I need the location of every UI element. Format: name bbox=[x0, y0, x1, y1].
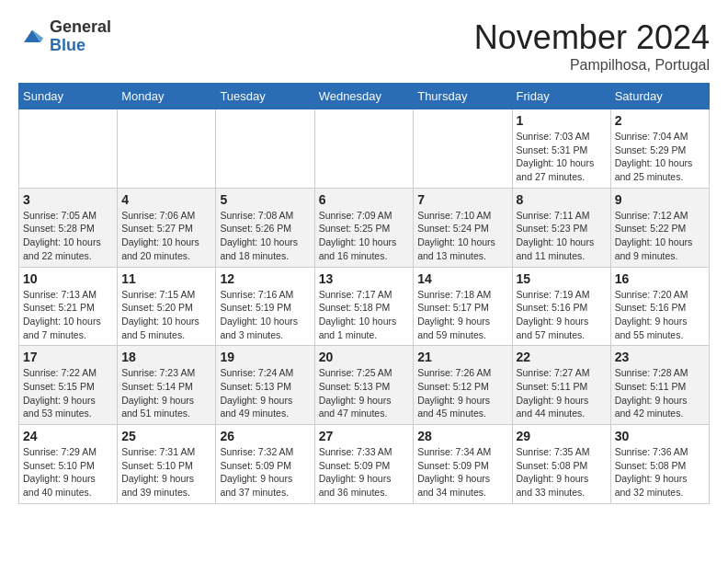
day-number: 25 bbox=[121, 429, 211, 443]
day-info: Sunrise: 7:36 AMSunset: 5:08 PMDaylight:… bbox=[615, 445, 705, 500]
calendar-cell: 17Sunrise: 7:22 AMSunset: 5:15 PMDayligh… bbox=[19, 346, 118, 425]
calendar-cell: 23Sunrise: 7:28 AMSunset: 5:11 PMDayligh… bbox=[610, 346, 709, 425]
calendar-header: SundayMondayTuesdayWednesdayThursdayFrid… bbox=[19, 84, 710, 109]
calendar-body: 1Sunrise: 7:03 AMSunset: 5:31 PMDaylight… bbox=[19, 109, 710, 504]
day-info: Sunrise: 7:27 AMSunset: 5:11 PMDaylight:… bbox=[517, 366, 607, 420]
day-number: 20 bbox=[319, 350, 410, 364]
day-number: 14 bbox=[417, 271, 507, 286]
day-number: 16 bbox=[615, 271, 705, 286]
calendar-cell: 10Sunrise: 7:13 AMSunset: 5:21 PMDayligh… bbox=[19, 267, 118, 346]
logo-icon bbox=[18, 23, 46, 51]
calendar-cell: 4Sunrise: 7:06 AMSunset: 5:27 PMDaylight… bbox=[118, 188, 216, 267]
calendar-cell: 6Sunrise: 7:09 AMSunset: 5:25 PMDaylight… bbox=[314, 188, 414, 267]
calendar-cell: 15Sunrise: 7:19 AMSunset: 5:16 PMDayligh… bbox=[512, 267, 610, 346]
calendar-cell: 1Sunrise: 7:03 AMSunset: 5:31 PMDaylight… bbox=[512, 109, 610, 189]
calendar-cell bbox=[216, 109, 314, 189]
day-info: Sunrise: 7:26 AMSunset: 5:12 PMDaylight:… bbox=[417, 366, 507, 420]
logo-text: General Blue bbox=[50, 18, 111, 55]
day-info: Sunrise: 7:17 AMSunset: 5:18 PMDaylight:… bbox=[319, 288, 410, 342]
calendar-cell: 7Sunrise: 7:10 AMSunset: 5:24 PMDaylight… bbox=[414, 188, 512, 267]
day-number: 13 bbox=[319, 271, 410, 286]
day-number: 7 bbox=[417, 192, 507, 207]
logo: General Blue bbox=[18, 18, 111, 55]
day-number: 6 bbox=[319, 192, 410, 207]
calendar-cell bbox=[19, 109, 118, 189]
calendar-cell: 12Sunrise: 7:16 AMSunset: 5:19 PMDayligh… bbox=[216, 267, 314, 346]
calendar-cell: 22Sunrise: 7:27 AMSunset: 5:11 PMDayligh… bbox=[512, 346, 610, 425]
calendar-table: SundayMondayTuesdayWednesdayThursdayFrid… bbox=[18, 83, 710, 504]
calendar-week-row: 3Sunrise: 7:05 AMSunset: 5:28 PMDaylight… bbox=[19, 188, 710, 267]
calendar-cell: 27Sunrise: 7:33 AMSunset: 5:09 PMDayligh… bbox=[314, 425, 414, 504]
day-info: Sunrise: 7:05 AMSunset: 5:28 PMDaylight:… bbox=[23, 209, 113, 263]
calendar-cell: 16Sunrise: 7:20 AMSunset: 5:16 PMDayligh… bbox=[610, 267, 709, 346]
day-info: Sunrise: 7:24 AMSunset: 5:13 PMDaylight:… bbox=[220, 366, 310, 420]
calendar-cell: 2Sunrise: 7:04 AMSunset: 5:29 PMDaylight… bbox=[610, 109, 709, 189]
day-of-week-header: Monday bbox=[118, 84, 216, 109]
day-number: 3 bbox=[23, 192, 113, 207]
day-of-week-header: Tuesday bbox=[216, 84, 314, 109]
day-info: Sunrise: 7:25 AMSunset: 5:13 PMDaylight:… bbox=[319, 366, 410, 420]
day-info: Sunrise: 7:31 AMSunset: 5:10 PMDaylight:… bbox=[121, 445, 211, 500]
day-info: Sunrise: 7:35 AMSunset: 5:08 PMDaylight:… bbox=[517, 445, 607, 500]
day-number: 24 bbox=[23, 429, 113, 443]
day-number: 1 bbox=[517, 113, 607, 128]
day-info: Sunrise: 7:16 AMSunset: 5:19 PMDaylight:… bbox=[220, 288, 310, 342]
day-number: 9 bbox=[615, 192, 705, 207]
day-info: Sunrise: 7:12 AMSunset: 5:22 PMDaylight:… bbox=[615, 209, 705, 263]
calendar-cell: 25Sunrise: 7:31 AMSunset: 5:10 PMDayligh… bbox=[118, 425, 216, 504]
location: Pampilhosa, Portugal bbox=[474, 57, 710, 74]
day-number: 29 bbox=[517, 429, 607, 443]
day-info: Sunrise: 7:15 AMSunset: 5:20 PMDaylight:… bbox=[121, 288, 211, 342]
calendar-week-row: 1Sunrise: 7:03 AMSunset: 5:31 PMDaylight… bbox=[19, 109, 710, 189]
calendar-cell: 14Sunrise: 7:18 AMSunset: 5:17 PMDayligh… bbox=[414, 267, 512, 346]
day-info: Sunrise: 7:28 AMSunset: 5:11 PMDaylight:… bbox=[615, 366, 705, 420]
calendar-cell bbox=[414, 109, 512, 189]
day-number: 10 bbox=[23, 271, 113, 286]
day-info: Sunrise: 7:34 AMSunset: 5:09 PMDaylight:… bbox=[417, 445, 507, 500]
calendar-cell: 28Sunrise: 7:34 AMSunset: 5:09 PMDayligh… bbox=[414, 425, 512, 504]
day-info: Sunrise: 7:04 AMSunset: 5:29 PMDaylight:… bbox=[615, 130, 705, 184]
day-number: 15 bbox=[517, 271, 607, 286]
day-info: Sunrise: 7:10 AMSunset: 5:24 PMDaylight:… bbox=[417, 209, 507, 263]
logo-general-text: General bbox=[50, 18, 111, 37]
day-info: Sunrise: 7:06 AMSunset: 5:27 PMDaylight:… bbox=[121, 209, 211, 263]
day-number: 12 bbox=[220, 271, 310, 286]
calendar-cell bbox=[314, 109, 414, 189]
day-info: Sunrise: 7:13 AMSunset: 5:21 PMDaylight:… bbox=[23, 288, 113, 342]
day-number: 11 bbox=[121, 271, 211, 286]
calendar-cell: 20Sunrise: 7:25 AMSunset: 5:13 PMDayligh… bbox=[314, 346, 414, 425]
day-info: Sunrise: 7:33 AMSunset: 5:09 PMDaylight:… bbox=[319, 445, 410, 500]
day-info: Sunrise: 7:32 AMSunset: 5:09 PMDaylight:… bbox=[220, 445, 310, 500]
month-title: November 2024 bbox=[474, 18, 710, 57]
day-number: 23 bbox=[615, 350, 705, 364]
calendar-cell: 3Sunrise: 7:05 AMSunset: 5:28 PMDaylight… bbox=[19, 188, 118, 267]
header-row: SundayMondayTuesdayWednesdayThursdayFrid… bbox=[19, 84, 710, 109]
day-number: 30 bbox=[615, 429, 705, 443]
day-info: Sunrise: 7:22 AMSunset: 5:15 PMDaylight:… bbox=[23, 366, 113, 420]
day-number: 22 bbox=[517, 350, 607, 364]
day-number: 5 bbox=[220, 192, 310, 207]
calendar-cell: 13Sunrise: 7:17 AMSunset: 5:18 PMDayligh… bbox=[314, 267, 414, 346]
calendar-cell: 8Sunrise: 7:11 AMSunset: 5:23 PMDaylight… bbox=[512, 188, 610, 267]
title-block: November 2024 Pampilhosa, Portugal bbox=[474, 18, 710, 74]
calendar-cell: 18Sunrise: 7:23 AMSunset: 5:14 PMDayligh… bbox=[118, 346, 216, 425]
calendar-cell: 24Sunrise: 7:29 AMSunset: 5:10 PMDayligh… bbox=[19, 425, 118, 504]
day-of-week-header: Saturday bbox=[610, 84, 709, 109]
calendar-cell: 29Sunrise: 7:35 AMSunset: 5:08 PMDayligh… bbox=[512, 425, 610, 504]
day-of-week-header: Thursday bbox=[414, 84, 512, 109]
day-info: Sunrise: 7:20 AMSunset: 5:16 PMDaylight:… bbox=[615, 288, 705, 342]
day-number: 28 bbox=[417, 429, 507, 443]
calendar-cell: 26Sunrise: 7:32 AMSunset: 5:09 PMDayligh… bbox=[216, 425, 314, 504]
calendar-week-row: 17Sunrise: 7:22 AMSunset: 5:15 PMDayligh… bbox=[19, 346, 710, 425]
day-number: 21 bbox=[417, 350, 507, 364]
logo-blue-text: Blue bbox=[50, 37, 111, 55]
day-number: 26 bbox=[220, 429, 310, 443]
day-info: Sunrise: 7:18 AMSunset: 5:17 PMDaylight:… bbox=[417, 288, 507, 342]
calendar-cell bbox=[118, 109, 216, 189]
calendar-cell: 30Sunrise: 7:36 AMSunset: 5:08 PMDayligh… bbox=[610, 425, 709, 504]
day-number: 27 bbox=[319, 429, 410, 443]
day-number: 2 bbox=[615, 113, 705, 128]
day-number: 8 bbox=[517, 192, 607, 207]
day-of-week-header: Sunday bbox=[19, 84, 118, 109]
day-number: 18 bbox=[121, 350, 211, 364]
